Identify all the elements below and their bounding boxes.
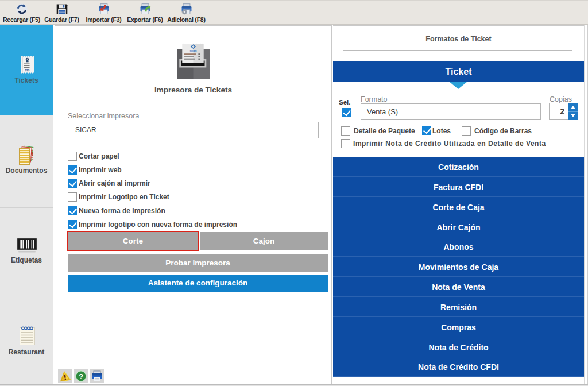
svg-text:?: ? [79,372,83,381]
svg-text:SICAR: SICAR [190,50,197,52]
svg-text:$$$: $$$ [25,69,29,72]
